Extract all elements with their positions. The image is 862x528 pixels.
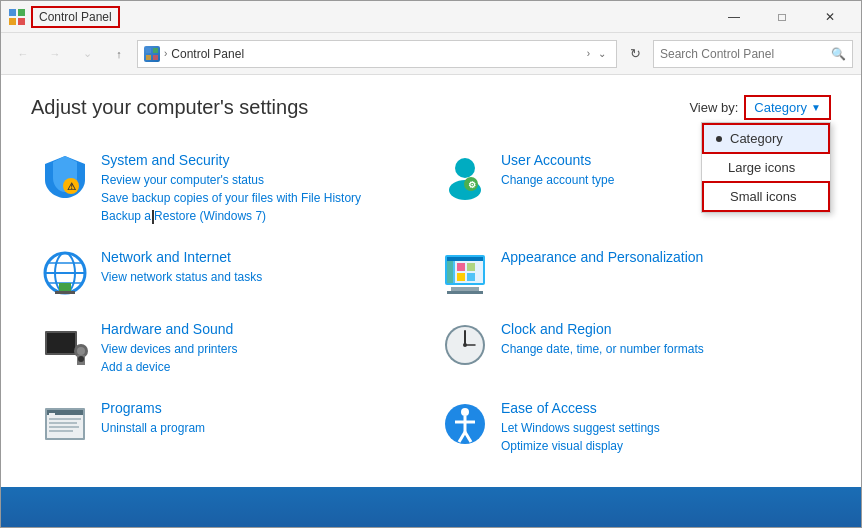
recent-button[interactable]: ⌄	[73, 40, 101, 68]
svg-rect-5	[153, 48, 158, 53]
address-dropdown-arrow[interactable]: ⌄	[594, 40, 610, 68]
system-security-icon: ⚠	[41, 152, 89, 200]
maximize-button[interactable]: □	[759, 1, 805, 33]
up-button[interactable]: ↑	[105, 40, 133, 68]
appearance-icon	[441, 249, 489, 297]
search-icon[interactable]: 🔍	[831, 47, 846, 61]
search-box[interactable]: 🔍	[653, 40, 853, 68]
programs-title[interactable]: Programs	[101, 400, 421, 416]
clock-link-0[interactable]: Change date, time, or number formats	[501, 340, 821, 358]
ease-of-access-icon	[441, 400, 489, 448]
view-by-value: Category	[754, 100, 807, 115]
selected-bullet	[716, 136, 722, 142]
svg-rect-31	[467, 273, 475, 281]
dropdown-item-category[interactable]: Category	[702, 123, 830, 154]
clock-icon	[441, 321, 489, 369]
window-controls: — □ ✕	[711, 1, 853, 33]
close-button[interactable]: ✕	[807, 1, 853, 33]
network-title[interactable]: Network and Internet	[101, 249, 421, 265]
category-network: Network and Internet View network status…	[31, 241, 431, 305]
svg-point-35	[77, 347, 85, 355]
taskbar	[1, 487, 861, 527]
svg-rect-19	[59, 283, 71, 291]
app-icon	[9, 9, 25, 25]
svg-rect-4	[146, 48, 151, 53]
svg-rect-50	[49, 430, 73, 432]
ease-of-access-link-1[interactable]: Optimize visual display	[501, 437, 821, 455]
title-bar: Control Panel — □ ✕	[1, 1, 861, 33]
dropdown-large-icons-label: Large icons	[728, 160, 795, 175]
network-link-0[interactable]: View network status and tasks	[101, 268, 421, 286]
system-security-link-2[interactable]: Backup aRestore (Windows 7)	[101, 207, 421, 225]
view-by-dropdown-menu: Category Large icons Small icons	[701, 122, 831, 213]
ease-of-access-info: Ease of Access Let Windows suggest setti…	[501, 400, 821, 455]
system-security-info: System and Security Review your computer…	[101, 152, 421, 225]
svg-rect-48	[49, 422, 77, 424]
hardware-icon	[41, 321, 89, 369]
clock-info: Clock and Region Change date, time, or n…	[501, 321, 821, 358]
svg-rect-24	[447, 261, 453, 283]
category-programs: Programs Uninstall a program	[31, 392, 431, 463]
svg-rect-49	[49, 426, 79, 428]
category-hardware: Hardware and Sound View devices and prin…	[31, 313, 431, 384]
category-appearance: Appearance and Personalization	[431, 241, 831, 305]
content-header: Adjust your computer's settings View by:…	[31, 95, 831, 120]
minimize-button[interactable]: —	[711, 1, 757, 33]
search-input[interactable]	[660, 47, 827, 61]
programs-link-0[interactable]: Uninstall a program	[101, 419, 421, 437]
forward-button[interactable]: →	[41, 40, 69, 68]
user-accounts-icon: ⚙	[441, 152, 489, 200]
back-button[interactable]: ←	[9, 40, 37, 68]
appearance-info: Appearance and Personalization	[501, 249, 821, 268]
svg-rect-26	[451, 287, 479, 291]
view-by-container: View by: Category ▼ Category Large icons	[689, 95, 831, 120]
programs-info: Programs Uninstall a program	[101, 400, 421, 437]
main-window: Control Panel — □ ✕ ← → ⌄ ↑ › Control Pa…	[0, 0, 862, 528]
category-clock: Clock and Region Change date, time, or n…	[431, 313, 831, 384]
system-security-link-1[interactable]: Save backup copies of your files with Fi…	[101, 189, 421, 207]
category-ease-of-access: Ease of Access Let Windows suggest setti…	[431, 392, 831, 463]
svg-rect-28	[457, 263, 465, 271]
view-by-label: View by:	[689, 100, 738, 115]
dropdown-item-large-icons[interactable]: Large icons	[702, 154, 830, 181]
svg-rect-30	[457, 273, 465, 281]
svg-rect-29	[467, 263, 475, 271]
address-path: Control Panel	[171, 47, 582, 61]
network-icon	[41, 249, 89, 297]
hardware-info: Hardware and Sound View devices and prin…	[101, 321, 421, 376]
address-bar[interactable]: › Control Panel › ⌄	[137, 40, 617, 68]
category-system-security: ⚠ System and Security Review your comput…	[31, 144, 431, 233]
hardware-link-1[interactable]: Add a device	[101, 358, 421, 376]
svg-rect-2	[9, 18, 16, 25]
svg-rect-20	[55, 291, 75, 294]
svg-point-10	[455, 158, 475, 178]
svg-rect-23	[447, 257, 483, 261]
system-security-link-0[interactable]: Review your computer's status	[101, 171, 421, 189]
view-by-arrow: ▼	[811, 102, 821, 113]
appearance-title[interactable]: Appearance and Personalization	[501, 249, 821, 265]
svg-point-37	[78, 356, 84, 362]
ease-of-access-link-0[interactable]: Let Windows suggest settings	[501, 419, 821, 437]
window-title: Control Panel	[31, 6, 120, 28]
clock-title[interactable]: Clock and Region	[501, 321, 821, 337]
dropdown-item-small-icons[interactable]: Small icons	[702, 181, 830, 212]
view-by-dropdown[interactable]: Category ▼	[744, 95, 831, 120]
refresh-button[interactable]: ↻	[621, 40, 649, 68]
svg-text:⚙: ⚙	[468, 180, 476, 190]
dropdown-category-label: Category	[730, 131, 783, 146]
dropdown-small-icons-label: Small icons	[730, 189, 796, 204]
svg-rect-7	[153, 55, 158, 60]
hardware-link-0[interactable]: View devices and printers	[101, 340, 421, 358]
svg-rect-0	[9, 9, 16, 16]
page-title: Adjust your computer's settings	[31, 96, 308, 119]
svg-text:⚠: ⚠	[67, 181, 76, 192]
system-security-title[interactable]: System and Security	[101, 152, 421, 168]
programs-icon	[41, 400, 89, 448]
svg-rect-27	[447, 291, 483, 294]
ease-of-access-title[interactable]: Ease of Access	[501, 400, 821, 416]
hardware-title[interactable]: Hardware and Sound	[101, 321, 421, 337]
svg-rect-46	[49, 413, 55, 415]
svg-rect-1	[18, 9, 25, 16]
svg-point-52	[461, 408, 469, 416]
main-content: Adjust your computer's settings View by:…	[1, 75, 861, 487]
